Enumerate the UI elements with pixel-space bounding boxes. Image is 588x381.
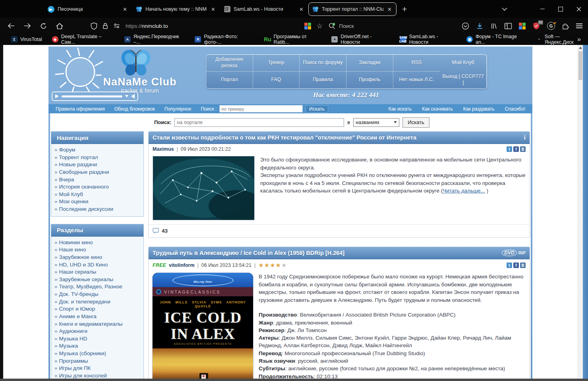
header-menu-item[interactable]: Поиск по форуму [300,54,346,72]
progress-bar[interactable] [62,95,122,97]
pocket-icon[interactable] [462,22,469,30]
comments-count[interactable]: 43 [162,228,168,234]
scrollbar-thumb[interactable] [578,51,582,80]
bookmark-item[interactable]: R Радикал-Фото: фото-... [195,34,254,45]
tab-telegram-sandbox[interactable]: Песочница ✕ [44,2,132,16]
minimize-button[interactable] [533,0,551,18]
sidebar-section-link[interactable]: »Игры для консолей [54,372,141,379]
share-twitter-icon[interactable]: t [507,146,512,152]
url-bar[interactable]: https://nnmclub.to [91,18,168,34]
nav-link[interactable]: Как раздавать [463,106,495,112]
sidebar-section-link[interactable]: »Новинки кино [54,239,141,247]
post-title[interactable]: Стали известны подробности о том как РКН… [153,134,416,141]
sidebar-section-link[interactable]: »Док. и телепередачи [54,298,141,306]
header-menu-item[interactable]: Портал [206,72,253,89]
info-icon[interactable]: i [524,134,526,141]
tab-close-icon[interactable]: ✕ [122,6,128,12]
sidebar-section-link[interactable]: »Аудиокниги [54,328,141,335]
sidebar-section-link[interactable]: »Зарубежные сериалы [54,276,141,284]
sidebar-nav-link[interactable]: »Мои оценки [54,198,141,206]
bookmark-item[interactable]: ◈ DeepL Translate – Сам... [52,34,114,45]
header-menu-item[interactable]: Добавление релиза [206,54,253,72]
bookmark-item[interactable]: ▤ Форум - TC Image an... [466,34,526,45]
search-scope-select[interactable]: названиях [353,118,399,127]
nav-link[interactable]: Правила оформления [56,106,105,112]
sidebar-section-link[interactable]: »Наше кино [54,246,141,254]
sidebar-section-link[interactable]: »Игры для ПК [54,365,141,372]
sidebar-section-link[interactable]: »Программы [54,358,141,365]
share-facebook-icon[interactable]: f [513,262,519,268]
extension-grid-icon[interactable] [304,23,311,29]
nav-link[interactable]: Как искать [389,106,412,112]
tracker-search-button[interactable]: Искать [306,105,328,113]
comments-row[interactable]: 43 [149,224,530,237]
share-vk-icon[interactable]: B [520,262,526,268]
tab-samlab-news[interactable]: SAM LAB SamLab.ws - Новости ✕ [220,2,308,16]
portal-search-input[interactable] [174,118,344,127]
news-image-network-map[interactable] [153,156,255,220]
sidebar-section-link[interactable]: »Наши сериалы [54,268,141,276]
quick-search[interactable]: Поиск [328,22,354,30]
header-menu-item[interactable]: FAQ [253,72,300,89]
new-tab-button[interactable]: + [402,4,407,14]
share-twitter-icon[interactable]: t [507,262,512,268]
adblock-shield-icon[interactable]: 43 [532,22,540,30]
sidebar-nav-link[interactable]: »Свободные раздачи [54,169,141,176]
bookmark-item[interactable]: Ru Программы от Ratib... [265,34,322,45]
volume-icon[interactable] [131,94,135,99]
bookmark-item[interactable]: SAM LAB SamLab.ws - Новости [400,34,456,45]
library-icon[interactable] [490,22,497,30]
nav-link[interactable]: Как скачивать [422,106,453,112]
menu-hamburger-icon[interactable] [576,23,582,28]
nav-link[interactable]: Популярное [164,106,191,112]
permissions-icon[interactable] [113,23,120,29]
tab-close-icon[interactable]: ✕ [298,6,304,12]
header-menu-item[interactable]: Правила [300,72,346,89]
bookmarks-overflow-chevron[interactable]: » [577,36,581,43]
g-translate-icon[interactable]: G [547,22,555,30]
sidebar-nav-link[interactable]: »Форум [54,146,141,154]
page-scrollbar[interactable] [578,45,583,379]
maximize-button[interactable] [551,0,570,18]
rating-stars[interactable]: ★★★★★ [258,262,287,269]
audio-player[interactable] [52,91,138,101]
bookmark-item[interactable]: ✱ DriverOff.net - Новости [331,34,390,45]
tracking-shield-icon[interactable] [91,22,97,30]
nav-link[interactable]: Обход блокировок [114,106,155,112]
post-author[interactable]: Maximus [153,146,174,152]
sidebar-nav-link[interactable]: »Вчера [54,176,141,184]
header-menu-item[interactable]: Мой Клуб [440,54,487,72]
home-icon[interactable] [56,22,64,30]
sidebar-section-link[interactable]: »Зарубежное кино [54,254,141,261]
share-facebook-icon[interactable]: f [513,146,519,152]
portal-search-button[interactable]: Искать [402,117,429,128]
nav-link[interactable]: Спасибо! [505,106,525,112]
sidebar-nav-link[interactable]: »Торрент портал [54,154,141,161]
sidebar-section-link[interactable]: »Музыка [54,342,141,350]
sidebar-section-link[interactable]: »HD, UHD и 3D Кино [54,261,141,269]
tab-close-icon[interactable]: ✕ [210,6,216,12]
header-menu-item[interactable]: RSS [393,54,440,72]
header-menu-item[interactable]: Трекер [253,54,300,72]
downloads-icon[interactable] [476,22,484,30]
puzzle-extensions-icon[interactable] [562,22,569,30]
tracker-search-input[interactable] [219,105,303,113]
sidebar-section-link[interactable]: »Аниме и Манга [54,313,141,321]
dropdown-icon[interactable] [125,95,128,97]
header-menu-item[interactable]: Закладки [346,54,393,72]
scrollbar-up-arrow[interactable] [579,47,582,49]
bookmark-item[interactable]: А Яндекс.Переводчик –... [124,34,185,45]
share-vk-icon[interactable]: B [520,146,526,152]
header-menu-item[interactable]: Нет новых Л.С. [393,72,440,89]
sidebar-section-link[interactable]: »Книги и медиаматериалы [54,321,141,328]
sidebar-section-link[interactable]: »Театр, МузВидео, Разное [54,283,141,291]
bookmark-star-icon[interactable]: ☆ [317,22,323,30]
sidebar-section-link[interactable]: »Музыка HD [54,335,141,343]
header-menu-item[interactable]: Выход [ СССР777 ] [440,72,487,89]
sidebar-nav-link[interactable]: »История скачанного [54,183,141,191]
sidebar-section-link[interactable]: »Спорт и Юмор [54,305,141,313]
list-all-tabs-button[interactable] [497,0,513,18]
lock-icon[interactable] [103,22,108,29]
forward-icon[interactable] [23,22,31,29]
sidebar-nav-link[interactable]: »Последние дискуссии [54,206,141,213]
